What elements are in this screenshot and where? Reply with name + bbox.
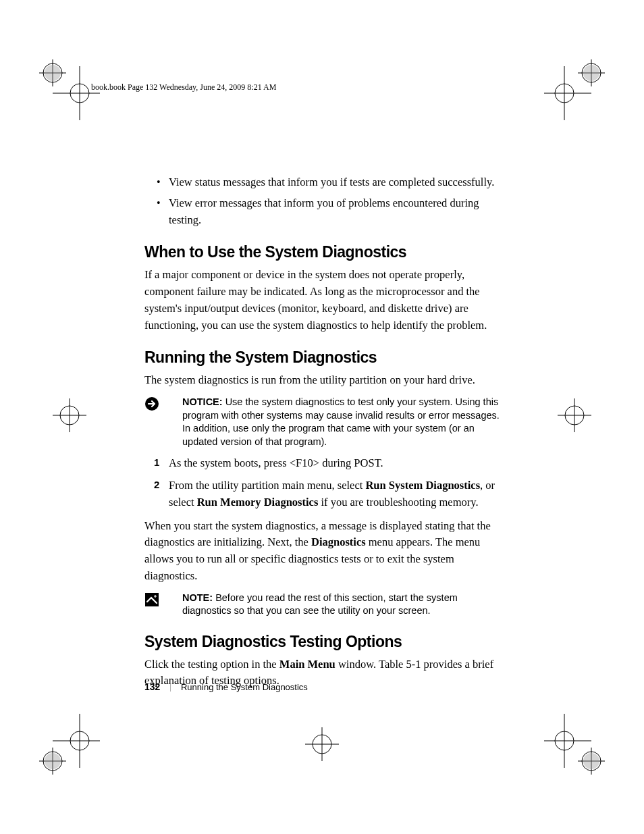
page-header-slug: book.book Page 132 Wednesday, June 24, 2… [91, 82, 556, 93]
svg-point-8 [45, 65, 61, 81]
notice-icon [144, 396, 159, 414]
body-text: When you start the system diagnostics, a… [144, 518, 502, 585]
registration-mark-icon [39, 714, 100, 775]
body-text: The system diagnostics is run from the u… [144, 372, 502, 389]
steps-list: As the system boots, press <F10> during … [144, 455, 502, 511]
body-text: If a major component or device in the sy… [144, 267, 502, 334]
list-item: From the utility partition main menu, se… [169, 477, 502, 511]
intro-bullet-list: View status messages that inform you if … [144, 174, 502, 228]
list-item: View error messages that inform you of p… [169, 195, 502, 229]
page-content: View status messages that inform you if … [144, 174, 502, 696]
registration-mark-icon [39, 59, 100, 120]
notice-text: NOTICE: Use the system diagnostics to te… [166, 396, 502, 448]
list-item: View status messages that inform you if … [169, 174, 502, 191]
heading-running: Running the System Diagnostics [144, 348, 502, 367]
list-item: As the system boots, press <F10> during … [169, 455, 502, 472]
footer-divider: | [169, 681, 171, 692]
svg-point-35 [583, 753, 599, 769]
registration-mark-icon [544, 59, 605, 120]
page-footer: 132 | Running the System Diagnostics [144, 681, 308, 692]
footer-section-name: Running the System Diagnostics [181, 682, 308, 692]
registration-mark-icon [544, 385, 605, 446]
registration-mark-icon [39, 385, 100, 446]
note-icon [144, 592, 159, 610]
heading-testing-options: System Diagnostics Testing Options [144, 633, 502, 651]
svg-rect-1 [145, 593, 159, 606]
notice-callout: NOTICE: Use the system diagnostics to te… [144, 396, 502, 448]
note-callout: NOTE: Before you read the rest of this s… [144, 592, 502, 618]
registration-mark-icon [544, 714, 605, 775]
page-number: 132 [144, 681, 160, 692]
svg-point-15 [583, 65, 599, 81]
heading-when-to-use: When to Use the System Diagnostics [144, 243, 502, 261]
registration-mark-icon [292, 714, 352, 775]
note-text: NOTE: Before you read the rest of this s… [166, 592, 502, 618]
svg-point-28 [45, 753, 61, 769]
